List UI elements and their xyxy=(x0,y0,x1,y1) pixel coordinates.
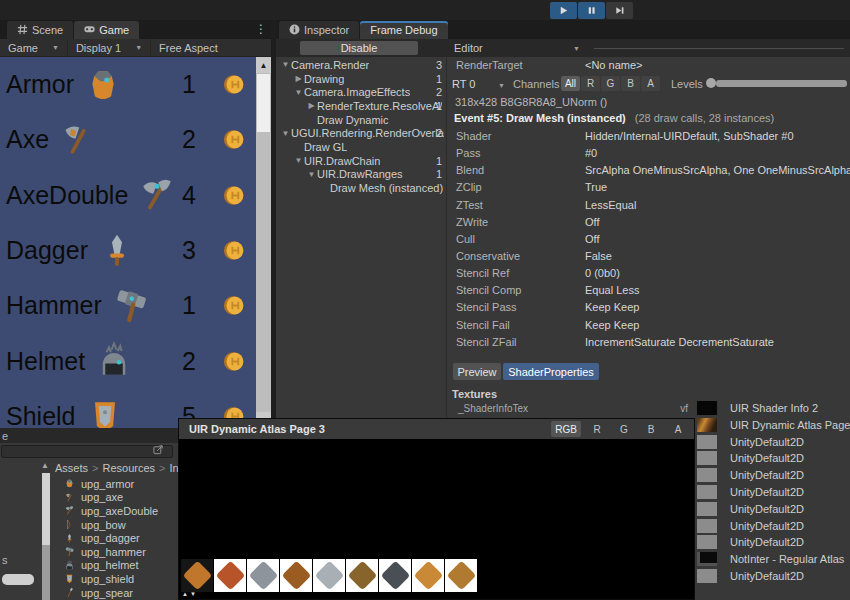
target-dropdown[interactable]: Editor ▼ xyxy=(448,39,586,57)
disclosure-triangle-icon[interactable]: ▼ xyxy=(293,156,304,165)
channel-button[interactable]: B xyxy=(621,76,640,91)
disclosure-triangle-icon[interactable]: ▼ xyxy=(293,88,304,97)
tab-inspector-label: Inspector xyxy=(304,24,349,36)
channel-button[interactable]: B xyxy=(640,421,662,437)
tab-game-label: Game xyxy=(99,24,129,36)
channel-button[interactable]: G xyxy=(613,421,635,437)
game-target-dropdown[interactable]: Game ▼ xyxy=(0,39,68,56)
coin-icon[interactable] xyxy=(221,182,248,209)
event-tree-row[interactable]: Draw Mesh (instanced) xyxy=(276,181,446,195)
tab-scene[interactable]: Scene xyxy=(7,21,73,39)
disclosure-triangle-icon[interactable]: ▼ xyxy=(280,129,291,138)
event-tree-row[interactable]: ▶ Drawing 1 xyxy=(276,72,446,86)
event-tree-row[interactable]: ▶ RenderTexture.ResolveA/ 1 xyxy=(276,99,446,113)
channel-button[interactable]: R xyxy=(581,76,600,91)
asset-file-row[interactable]: upg_axe xyxy=(56,491,178,505)
atlas-preview-header[interactable]: UIR Dynamic Atlas Page 3 RGBRGBA xyxy=(179,419,694,439)
event-tree-row[interactable]: ▼ Camera.ImageEffects 2 xyxy=(276,85,446,99)
item-label: Hammer xyxy=(6,291,102,320)
texture-thumbnail xyxy=(697,535,717,549)
tab-frame-debug[interactable]: Frame Debug xyxy=(360,21,447,39)
coin-icon[interactable] xyxy=(221,292,248,319)
chevron-down-icon[interactable]: ▼ xyxy=(498,82,505,89)
asset-file-row[interactable]: upg_helmet xyxy=(56,559,178,573)
horizontal-scrollbar-thumb[interactable] xyxy=(2,574,34,585)
asset-file-row[interactable]: upg_axeDouble xyxy=(56,504,178,518)
step-button[interactable] xyxy=(606,2,633,19)
pause-button[interactable] xyxy=(578,2,605,19)
event-tree-row[interactable]: ▼ Camera.Render 3 xyxy=(276,58,446,72)
coin-icon[interactable] xyxy=(221,71,248,98)
channel-button[interactable]: R xyxy=(586,421,608,437)
armor-icon xyxy=(64,478,76,489)
asset-file-row[interactable]: upg_armor xyxy=(56,477,178,491)
channel-button[interactable]: A xyxy=(641,76,660,91)
tab-inspector[interactable]: Inspector xyxy=(279,21,359,39)
event-tree-row[interactable]: ▼ UIR.DrawRanges 1 xyxy=(276,168,446,182)
item-quantity: 1 xyxy=(174,70,204,99)
rt-dropdown[interactable]: RT 0 xyxy=(452,78,475,90)
breadcrumb-assets[interactable]: Assets xyxy=(55,462,88,474)
channel-button[interactable]: RGB xyxy=(551,421,581,437)
event-count: 3 xyxy=(436,59,442,71)
state-row: Shader Hidden/Internal-UIRDefault, SubSh… xyxy=(448,128,850,145)
channel-button[interactable]: All xyxy=(561,76,580,91)
mip-level-arrows[interactable]: ▲▼ xyxy=(182,591,198,597)
preview-button[interactable]: Preview xyxy=(453,363,501,380)
asset-file-row[interactable]: upg_dagger xyxy=(56,531,178,545)
breadcrumb-separator: > xyxy=(92,462,98,474)
chevron-down-icon: ▼ xyxy=(135,44,142,51)
open-in-window-icon[interactable] xyxy=(153,444,164,455)
panel-menu-icon[interactable]: ⋮ xyxy=(255,22,267,36)
gamepad-icon xyxy=(84,24,95,37)
play-controls xyxy=(550,2,633,19)
bow-icon xyxy=(64,519,76,530)
channel-button[interactable]: A xyxy=(667,421,689,437)
asset-file-row[interactable]: upg_hammer xyxy=(56,545,178,559)
breadcrumb-resources[interactable]: Resources xyxy=(102,462,155,474)
event-scrubber[interactable] xyxy=(594,48,844,49)
asset-file-row[interactable]: upg_shield xyxy=(56,572,178,586)
scroll-up-icon[interactable]: ▲ xyxy=(256,57,271,73)
game-list-scrollbar[interactable]: ▲ ▼ xyxy=(256,57,271,428)
channels-row: RT 0 ▼ Channels AllRGBA Levels xyxy=(448,76,850,92)
breadcrumb-folder[interactable]: Inv xyxy=(169,462,178,474)
search-input[interactable] xyxy=(1,445,173,458)
disclosure-triangle-icon[interactable]: ▶ xyxy=(293,74,304,83)
event-tree-row[interactable]: Draw GL xyxy=(276,140,446,154)
event-count: 1 xyxy=(436,155,442,167)
atlas-sprite-thumbnail xyxy=(247,559,279,592)
disclosure-triangle-icon[interactable]: ▼ xyxy=(280,60,291,69)
channel-button[interactable]: G xyxy=(601,76,620,91)
folder-tree-scrollbar[interactable] xyxy=(42,473,50,600)
event-tree-row[interactable]: Draw Dynamic xyxy=(276,113,446,127)
event-tree-row[interactable]: ▼ UIR.DrawChain 1 xyxy=(276,154,446,168)
scrollbar-thumb[interactable] xyxy=(42,473,50,545)
disable-button[interactable]: Disable xyxy=(300,41,418,55)
item-quantity: 2 xyxy=(174,125,204,154)
atlas-sprite-thumbnail xyxy=(346,559,378,592)
aspect-dropdown[interactable]: Free Aspect xyxy=(151,39,226,56)
play-button[interactable] xyxy=(550,2,577,19)
coin-icon[interactable] xyxy=(221,237,248,264)
render-target-value: <No name> xyxy=(585,59,642,71)
scrollbar-thumb[interactable] xyxy=(257,74,270,132)
shader-properties-button[interactable]: ShaderProperties xyxy=(503,363,599,380)
levels-slider-handle[interactable] xyxy=(706,78,716,88)
scroll-up-icon[interactable]: ▲ xyxy=(41,461,49,470)
coin-icon[interactable] xyxy=(221,126,248,153)
axe-icon xyxy=(58,120,98,160)
event-tree-row[interactable]: ▼ UGUI.Rendering.RenderOverla 2 xyxy=(276,126,446,140)
state-row: Stencil Fail Keep Keep xyxy=(448,317,850,334)
tab-game[interactable]: Game xyxy=(74,21,139,39)
state-row: Stencil Comp Equal Less xyxy=(448,282,850,299)
levels-slider-track[interactable] xyxy=(716,80,847,87)
disclosure-triangle-icon[interactable]: ▶ xyxy=(306,101,317,110)
disclosure-triangle-icon[interactable]: ▼ xyxy=(306,170,317,179)
coin-icon[interactable] xyxy=(221,348,248,375)
asset-file-row[interactable]: upg_bow xyxy=(56,518,178,532)
asset-file-row[interactable]: upg_spear xyxy=(56,586,178,600)
texture-row[interactable]: _ShaderInfoTex vf UIR Shader Info 2 xyxy=(448,400,850,417)
item-label: Shield xyxy=(6,402,76,428)
display-dropdown[interactable]: Display 1 ▼ xyxy=(68,39,151,56)
